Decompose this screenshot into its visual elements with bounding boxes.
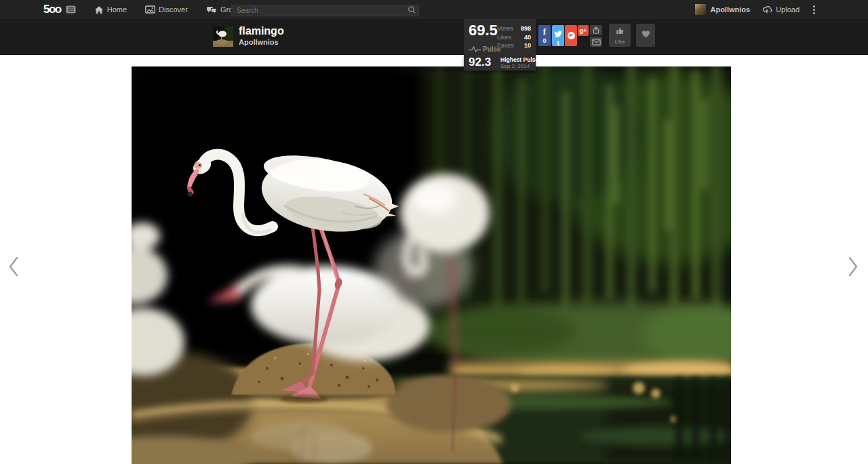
highest-pulse-date: Sep 2, 2014 — [500, 63, 538, 69]
thumbs-up-icon — [615, 26, 625, 38]
heart-icon — [641, 29, 651, 41]
upload-cloud-icon — [761, 5, 772, 15]
nav-right-group: Apollwnios Upload — [695, 0, 818, 19]
email-share-button[interactable] — [590, 37, 602, 47]
groups-icon — [206, 5, 217, 14]
pinterest-share-button[interactable]: P — [565, 25, 577, 46]
nav-username: Apollwnios — [710, 5, 750, 14]
facebook-share-count: 0 — [542, 37, 546, 45]
more-menu-icon[interactable] — [810, 3, 818, 16]
like-label: Like — [615, 39, 625, 45]
home-icon — [94, 5, 104, 14]
stat-views: Views 898 — [497, 24, 531, 33]
share-box-icon — [592, 24, 600, 37]
like-button[interactable]: Like — [609, 24, 631, 47]
500px-photo-page: 5oo Home Discover Groups Buy Apollwnio — [0, 0, 868, 464]
search-icon[interactable] — [408, 5, 416, 17]
nav-item-discover[interactable]: Discover — [145, 5, 188, 14]
pulse-panel[interactable]: 69.5 Pulse Views 898 Likes 40 Faves 10 — [464, 19, 536, 55]
embed-share-button[interactable] — [590, 25, 602, 35]
photo-title: flamingo — [239, 24, 284, 37]
highest-pulse-dropdown[interactable]: 92.3 Highest Pulse Sep 2, 2014 — [464, 55, 536, 71]
photo-author[interactable]: Apollwnios — [239, 38, 284, 46]
nav-upload-button[interactable]: Upload — [761, 5, 800, 15]
facebook-share-button[interactable]: f 0 — [538, 25, 551, 46]
twitter-icon — [554, 28, 562, 40]
500px-logo[interactable]: 5oo — [43, 0, 61, 19]
photo-flamingo[interactable] — [132, 66, 731, 464]
googleplus-share-button[interactable]: g+ — [578, 25, 589, 36]
stat-likes: Likes 40 — [497, 33, 531, 42]
highest-pulse-label: Highest Pulse — [500, 56, 538, 63]
top-nav-bar: 5oo Home Discover Groups Buy Apollwnio — [0, 0, 868, 19]
pulse-value: 69.5 — [469, 22, 498, 39]
flamingo-image — [132, 66, 731, 464]
nav-item-label: Discover — [159, 5, 188, 14]
nav-item-label: Home — [107, 5, 127, 14]
favorite-heart-button[interactable] — [636, 24, 655, 47]
flow-icon[interactable] — [66, 5, 76, 14]
pulse-wave-icon — [469, 43, 481, 55]
photo-stage — [0, 55, 868, 464]
stat-faves: Faves 10 — [497, 41, 531, 50]
twitter-share-button[interactable]: 1 — [552, 25, 564, 46]
twitter-share-count: 1 — [556, 40, 559, 47]
search-bar — [231, 3, 419, 15]
photo-header-bar: flamingo Apollwnios 69.5 Pulse Views 898… — [0, 19, 868, 55]
pinterest-icon: P — [568, 32, 575, 39]
discover-icon — [145, 5, 155, 14]
photo-title-block: flamingo Apollwnios — [239, 24, 284, 46]
photo-stats: Views 898 Likes 40 Faves 10 — [497, 24, 531, 50]
facebook-icon: f — [543, 26, 546, 37]
search-input[interactable] — [231, 5, 419, 16]
nav-user-menu[interactable]: Apollwnios — [695, 4, 750, 15]
user-avatar — [695, 4, 706, 15]
photo-thumbnail[interactable] — [213, 26, 233, 47]
next-photo-button[interactable] — [846, 256, 860, 280]
previous-photo-button[interactable] — [7, 256, 20, 280]
nav-item-home[interactable]: Home — [94, 5, 127, 14]
googleplus-icon: g+ — [580, 27, 587, 34]
highest-pulse-value: 92.3 — [469, 56, 491, 69]
envelope-icon — [592, 36, 601, 48]
upload-label: Upload — [776, 5, 800, 14]
